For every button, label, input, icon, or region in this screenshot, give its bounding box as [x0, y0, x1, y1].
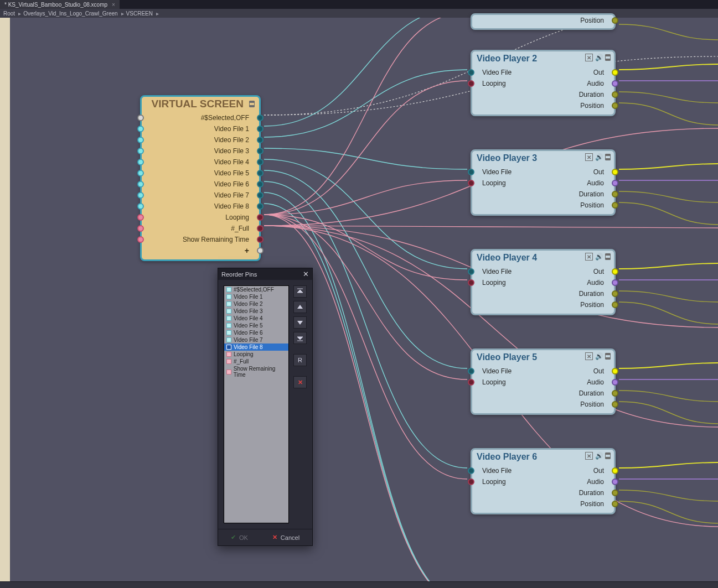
node-canvas[interactable]: VIRTUAL SCREEN #$Selected,OFFVideo File … [0, 18, 718, 581]
move-top-button[interactable] [293, 285, 307, 298]
close-box-icon[interactable]: ✕ [585, 452, 593, 460]
input-port[interactable] [137, 159, 144, 165]
output-port[interactable] [612, 467, 618, 474]
breadcrumb-item[interactable]: VSCREEN [126, 11, 153, 17]
menu-icon[interactable] [605, 253, 611, 260]
input-port[interactable] [468, 69, 474, 76]
input-port[interactable] [468, 169, 474, 175]
list-item[interactable]: Video File 8 [224, 344, 288, 351]
close-box-icon[interactable]: ✕ [585, 54, 593, 61]
input-port[interactable] [137, 236, 144, 243]
output-port[interactable] [612, 80, 618, 87]
close-icon[interactable]: ✕ [303, 270, 309, 278]
video-player-node[interactable]: Video Player 4✕🔊Video FileOutLoopingAudi… [471, 249, 616, 315]
speaker-icon[interactable]: 🔊 [595, 54, 603, 61]
speaker-icon[interactable]: 🔊 [595, 153, 603, 161]
input-port[interactable] [137, 181, 144, 188]
video-player-node[interactable]: Video Player 6✕🔊Video FileOutLoopingAudi… [471, 448, 616, 514]
speaker-icon[interactable]: 🔊 [595, 452, 603, 460]
input-port[interactable] [137, 214, 144, 221]
output-port[interactable] [612, 478, 618, 485]
output-port[interactable] [612, 368, 618, 374]
breadcrumb-item[interactable]: Root [3, 11, 15, 17]
document-tab[interactable]: * KS_VirtualS_Bamboo_Studio_08.xcomp × [0, 0, 120, 9]
output-port[interactable] [257, 247, 264, 254]
output-port[interactable] [257, 170, 264, 176]
rename-button[interactable]: R [293, 354, 307, 366]
pins-listbox[interactable]: #$Selected,OFFVideo File 1Video File 2Vi… [224, 285, 289, 523]
output-port[interactable] [612, 290, 618, 297]
output-port[interactable] [612, 102, 618, 109]
close-box-icon[interactable]: ✕ [585, 253, 593, 261]
output-port[interactable] [257, 137, 264, 143]
list-item[interactable]: Video File 4 [224, 315, 288, 322]
menu-icon[interactable] [605, 353, 611, 360]
input-port[interactable] [468, 467, 474, 474]
output-port[interactable] [612, 390, 618, 397]
input-port[interactable] [468, 180, 474, 186]
menu-icon[interactable] [605, 452, 611, 459]
input-port[interactable] [137, 137, 144, 143]
output-port[interactable] [612, 17, 618, 24]
add-pin-button[interactable]: + [245, 246, 249, 255]
menu-icon[interactable] [605, 54, 611, 61]
cancel-button[interactable]: ✕Cancel [267, 532, 305, 543]
video-player-node[interactable]: Video Player 2✕🔊Video FileOutLoopingAudi… [471, 50, 616, 116]
list-item[interactable]: Video File 2 [224, 300, 288, 308]
output-port[interactable] [257, 148, 264, 154]
list-item[interactable]: Video File 3 [224, 308, 288, 315]
move-up-button[interactable] [293, 301, 307, 313]
menu-icon[interactable] [249, 101, 255, 107]
list-item[interactable]: Show Remaining Time [224, 365, 288, 378]
output-port[interactable] [612, 191, 618, 197]
input-port[interactable] [468, 379, 474, 386]
input-port[interactable] [468, 80, 474, 87]
input-port[interactable] [137, 225, 144, 232]
video-player-node[interactable]: Video Player 3✕🔊Video FileOutLoopingAudi… [471, 149, 616, 216]
output-port[interactable] [612, 202, 618, 209]
output-port[interactable] [257, 192, 264, 199]
input-port[interactable] [468, 279, 474, 286]
output-port[interactable] [612, 401, 618, 408]
video-player-node-partial[interactable]: Position [471, 13, 616, 30]
reorder-pins-dialog[interactable]: Reorder Pins ✕ #$Selected,OFFVideo File … [218, 268, 313, 546]
close-box-icon[interactable]: ✕ [585, 153, 593, 161]
input-port[interactable] [137, 126, 144, 132]
output-port[interactable] [612, 379, 618, 386]
list-item[interactable]: Looping [224, 351, 288, 358]
output-port[interactable] [612, 69, 618, 76]
delete-button[interactable]: ✕ [293, 376, 307, 388]
output-port[interactable] [257, 236, 264, 243]
input-port[interactable] [137, 170, 144, 176]
menu-icon[interactable] [605, 154, 611, 160]
input-port[interactable] [468, 478, 474, 485]
move-down-button[interactable] [293, 316, 307, 329]
output-port[interactable] [612, 501, 618, 507]
output-port[interactable] [257, 181, 264, 188]
close-icon[interactable]: × [112, 2, 115, 8]
close-box-icon[interactable]: ✕ [585, 352, 593, 360]
move-bottom-button[interactable] [293, 332, 307, 344]
virtual-screen-node[interactable]: VIRTUAL SCREEN #$Selected,OFFVideo File … [140, 95, 261, 261]
speaker-icon[interactable]: 🔊 [595, 352, 603, 360]
output-port[interactable] [612, 180, 618, 186]
input-port[interactable] [137, 192, 144, 199]
output-port[interactable] [257, 115, 264, 121]
list-item[interactable]: #_Full [224, 358, 288, 365]
list-item[interactable]: #$Selected,OFF [224, 286, 288, 293]
output-port[interactable] [257, 126, 264, 132]
output-port[interactable] [612, 301, 618, 308]
input-port[interactable] [137, 148, 144, 154]
breadcrumb-item[interactable]: Overlays_Vid_Ins_Logo_Crawl_Green [23, 11, 117, 17]
list-item[interactable]: Video File 1 [224, 293, 288, 300]
ok-button[interactable]: ✔OK [225, 532, 254, 543]
input-port[interactable] [468, 368, 474, 374]
list-item[interactable]: Video File 7 [224, 336, 288, 344]
output-port[interactable] [612, 91, 618, 98]
output-port[interactable] [257, 225, 264, 232]
output-port[interactable] [612, 268, 618, 275]
output-port[interactable] [257, 203, 264, 210]
output-port[interactable] [612, 279, 618, 286]
input-port[interactable] [137, 115, 144, 121]
output-port[interactable] [612, 169, 618, 175]
